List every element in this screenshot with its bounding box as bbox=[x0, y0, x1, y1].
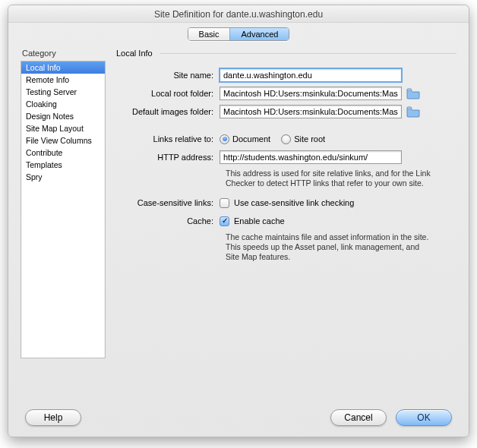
cancel-button[interactable]: Cancel bbox=[330, 409, 387, 426]
radio-on-icon bbox=[220, 134, 229, 144]
dialog-title: Site Definition for dante.u.washington.e… bbox=[8, 5, 469, 23]
enable-cache-checkbox[interactable]: Enable cache bbox=[220, 216, 285, 226]
radio-site-root-label: Site root bbox=[294, 134, 325, 144]
divider bbox=[160, 53, 456, 54]
radio-document[interactable]: Document bbox=[220, 134, 270, 144]
category-item-file-view-columns[interactable]: File View Columns bbox=[21, 134, 105, 147]
folder-icon[interactable] bbox=[406, 87, 420, 99]
cache-help-text: The cache maintains file and asset infor… bbox=[116, 232, 456, 262]
local-root-input[interactable] bbox=[220, 87, 402, 100]
tab-bar: Basic Advanced bbox=[8, 23, 469, 49]
category-item-testing-server[interactable]: Testing Server bbox=[21, 86, 105, 98]
category-item-remote-info[interactable]: Remote Info bbox=[21, 74, 105, 86]
dialog-window: Site Definition for dante.u.washington.e… bbox=[8, 5, 469, 437]
http-help-text: This address is used for site relative l… bbox=[116, 169, 456, 188]
http-address-input[interactable] bbox=[220, 150, 402, 164]
label-cache: Cache: bbox=[116, 214, 220, 228]
label-local-root: Local root folder: bbox=[116, 87, 220, 100]
label-site-name: Site name: bbox=[116, 68, 220, 82]
help-button[interactable]: Help bbox=[25, 409, 81, 426]
category-item-spry[interactable]: Spry bbox=[21, 171, 105, 183]
category-item-local-info[interactable]: Local Info bbox=[21, 62, 105, 74]
default-images-input[interactable] bbox=[220, 105, 402, 118]
category-item-cloaking[interactable]: Cloaking bbox=[21, 98, 105, 110]
radio-site-root[interactable]: Site root bbox=[281, 134, 325, 144]
label-default-images: Default images folder: bbox=[116, 105, 220, 118]
ok-button[interactable]: OK bbox=[396, 409, 452, 426]
category-list[interactable]: Local Info Remote Info Testing Server Cl… bbox=[21, 61, 106, 358]
dialog-footer: Help Cancel OK bbox=[8, 409, 469, 426]
label-http-address: HTTP address: bbox=[116, 150, 220, 164]
folder-icon[interactable] bbox=[406, 106, 420, 118]
category-item-templates[interactable]: Templates bbox=[21, 159, 105, 171]
category-heading: Category bbox=[22, 49, 106, 58]
radio-document-label: Document bbox=[232, 134, 270, 144]
label-case-sensitive: Case-sensitive links: bbox=[116, 196, 220, 210]
tab-segmented-control: Basic Advanced bbox=[188, 27, 290, 41]
tab-basic[interactable]: Basic bbox=[188, 28, 230, 40]
case-sensitive-label: Use case-sensitive link checking bbox=[234, 198, 354, 207]
checkbox-on-icon bbox=[220, 216, 229, 226]
tab-advanced[interactable]: Advanced bbox=[229, 28, 289, 40]
checkbox-off-icon bbox=[220, 198, 229, 208]
category-item-design-notes[interactable]: Design Notes bbox=[21, 110, 105, 122]
label-links-relative: Links relative to: bbox=[116, 132, 220, 146]
case-sensitive-checkbox[interactable]: Use case-sensitive link checking bbox=[220, 198, 354, 208]
panel-heading: Local Info bbox=[116, 49, 153, 58]
category-item-site-map-layout[interactable]: Site Map Layout bbox=[21, 122, 105, 134]
site-name-input[interactable] bbox=[220, 68, 402, 82]
category-item-contribute[interactable]: Contribute bbox=[21, 147, 105, 159]
radio-off-icon bbox=[281, 134, 291, 144]
enable-cache-label: Enable cache bbox=[234, 216, 285, 226]
